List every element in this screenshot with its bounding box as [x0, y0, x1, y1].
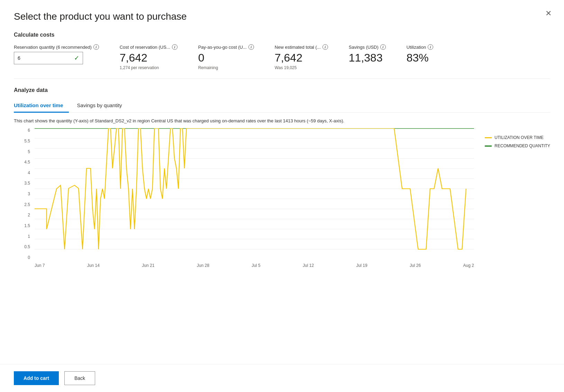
utilization-value: 83% — [407, 52, 433, 64]
legend-utilization-label: UTILIZATION OVER TIME — [494, 135, 544, 140]
x-label-jul12: Jul 12 — [303, 263, 314, 268]
payasyougo-value: 0 — [198, 52, 254, 64]
savings-info-icon[interactable]: i — [380, 44, 386, 50]
quantity-input[interactable] — [18, 55, 74, 61]
y-label-2: 2 — [28, 213, 30, 217]
chart-area — [35, 128, 474, 260]
y-label-5-5: 5.5 — [24, 139, 30, 143]
x-label-jul26: Jul 26 — [410, 263, 421, 268]
chart-legend: UTILIZATION OVER TIME RECOMMENDED QUANTI… — [485, 135, 550, 148]
y-label-1-5: 1.5 — [24, 224, 30, 228]
cost-of-reservation-info-icon[interactable]: i — [172, 44, 178, 50]
y-label-4: 4 — [28, 171, 30, 175]
quantity-input-wrap[interactable]: ✓ — [14, 52, 83, 64]
new-estimated-total-subtext: Was 19,025 — [275, 65, 328, 70]
legend-recommended-color — [485, 146, 492, 147]
utilization-info-icon[interactable]: i — [428, 44, 433, 50]
add-to-cart-button[interactable]: Add to cart — [14, 371, 59, 385]
x-label-jul5: Jul 5 — [252, 263, 260, 268]
cost-of-reservation-subtext: 1,274 per reservation — [120, 65, 178, 70]
savings-field: Savings (USD) i 11,383 — [349, 44, 386, 64]
analyze-data-title: Analyze data — [14, 87, 550, 93]
y-label-6: 6 — [28, 128, 30, 132]
y-label-3-5: 3.5 — [24, 181, 30, 185]
y-label-2-5: 2.5 — [24, 203, 30, 207]
footer: Add to cart Back — [0, 364, 564, 392]
y-label-3: 3 — [28, 192, 30, 196]
x-label-jun7: Jun 7 — [35, 263, 45, 268]
x-label-jun14: Jun 14 — [87, 263, 100, 268]
x-label-aug2: Aug 2 — [463, 263, 474, 268]
legend-recommended-label: RECOMMENDED QUANTITY — [494, 143, 550, 148]
new-estimated-total-value: 7,642 — [275, 52, 328, 64]
savings-label: Savings (USD) — [349, 45, 379, 50]
calculate-costs-title: Calculate costs — [14, 32, 550, 38]
chart-description: This chart shows the quantity (Y-axis) o… — [14, 118, 550, 123]
payasyougo-subtext: Remaining — [198, 65, 254, 70]
legend-utilization-color — [485, 137, 492, 138]
reservation-quantity-label: Reservation quantity (6 recommended) — [14, 45, 92, 50]
reservation-quantity-info-icon[interactable]: i — [93, 44, 99, 50]
divider-1 — [14, 78, 550, 79]
legend-utilization: UTILIZATION OVER TIME — [485, 135, 550, 140]
tabs: Utilization over time Savings by quantit… — [14, 100, 550, 113]
new-estimated-total-label: New estimated total (... — [275, 45, 321, 50]
cost-of-reservation-label: Cost of reservation (US... — [120, 45, 170, 50]
x-label-jul19: Jul 19 — [356, 263, 367, 268]
x-label-jun21: Jun 21 — [142, 263, 154, 268]
new-estimated-total-field: New estimated total (... i 7,642 Was 19,… — [275, 44, 328, 70]
y-label-0: 0 — [28, 255, 30, 260]
cost-of-reservation-value: 7,642 — [120, 52, 178, 64]
chart-svg — [35, 128, 474, 260]
tab-savings-by-quantity[interactable]: Savings by quantity — [77, 100, 128, 113]
payasyougo-field: Pay-as-you-go cost (U... i 0 Remaining — [198, 44, 254, 70]
y-label-0-5: 0.5 — [24, 245, 30, 249]
x-label-jun28: Jun 28 — [197, 263, 209, 268]
y-axis: 6 5.5 5 4.5 4 3.5 3 2.5 2 1.5 1 0.5 0 — [14, 128, 33, 260]
reservation-quantity-field: Reservation quantity (6 recommended) i ✓ — [14, 44, 99, 64]
check-icon: ✓ — [74, 54, 79, 62]
payasyougo-info-icon[interactable]: i — [248, 44, 254, 50]
x-axis: Jun 7 Jun 14 Jun 21 Jun 28 Jul 5 Jul 12 … — [35, 261, 474, 273]
chart-container: 6 5.5 5 4.5 4 3.5 3 2.5 2 1.5 1 0.5 0 — [14, 128, 550, 273]
y-label-4-5: 4.5 — [24, 160, 30, 164]
cost-of-reservation-field: Cost of reservation (US... i 7,642 1,274… — [120, 44, 178, 70]
legend-recommended: RECOMMENDED QUANTITY — [485, 143, 550, 148]
dialog-title: Select the product you want to purchase — [14, 11, 550, 22]
tab-utilization-over-time[interactable]: Utilization over time — [14, 100, 69, 113]
utilization-field: Utilization i 83% — [407, 44, 433, 64]
back-button[interactable]: Back — [64, 371, 95, 385]
new-estimated-total-info-icon[interactable]: i — [322, 44, 328, 50]
close-button[interactable]: ✕ — [545, 10, 552, 17]
payasyougo-label: Pay-as-you-go cost (U... — [198, 45, 247, 50]
savings-value: 11,383 — [349, 52, 386, 64]
y-label-1: 1 — [28, 234, 30, 239]
y-label-5: 5 — [28, 150, 30, 154]
utilization-label: Utilization — [407, 45, 426, 50]
